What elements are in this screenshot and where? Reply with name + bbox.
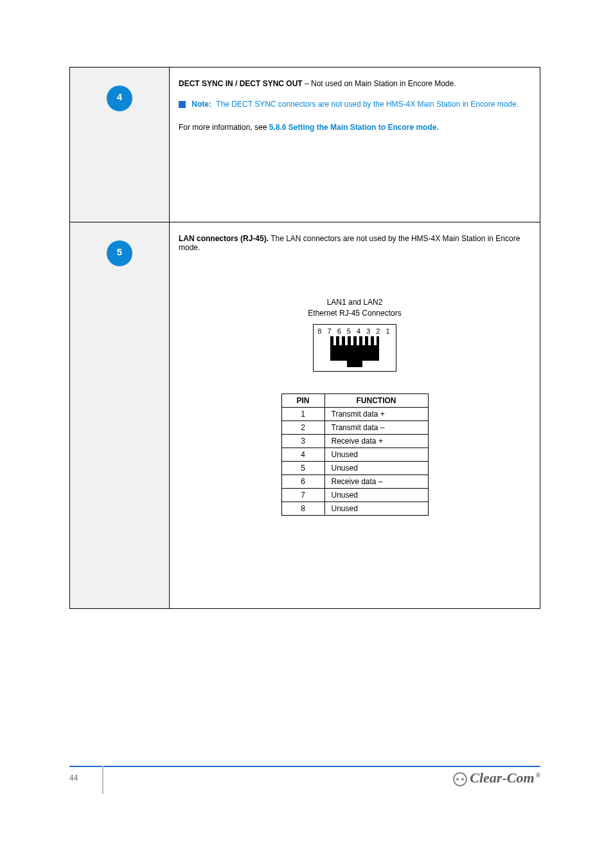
pinout-table: PIN FUNCTION 1Transmit data + 2Transmit …: [281, 393, 429, 516]
feature-name: DECT SYNC IN / DECT SYNC OUT: [179, 79, 303, 88]
table-row: 6Receive data –: [281, 475, 428, 488]
table-row: 4Unused: [281, 448, 428, 461]
content-table: 4 DECT SYNC IN / DECT SYNC OUT – Not use…: [69, 67, 540, 609]
feature-description-cell: DECT SYNC IN / DECT SYNC OUT – Not used …: [170, 68, 540, 222]
badge-number: 5: [107, 246, 132, 257]
cross-reference: For more information, see 5.8.6 Setting …: [179, 123, 531, 132]
feature-subtitle: – Not used on Main Station in Encore Mod…: [303, 79, 456, 88]
feature-title-line: LAN connectors (RJ-45). The LAN connecto…: [179, 234, 531, 252]
function-cell: Transmit data +: [324, 407, 428, 420]
table-row: 4 DECT SYNC IN / DECT SYNC OUT – Not use…: [70, 68, 540, 222]
function-cell: Receive data +: [324, 434, 428, 448]
feature-description-cell: LAN connectors (RJ-45). The LAN connecto…: [170, 222, 540, 609]
rj45-jack-icon: [330, 336, 379, 367]
connector-figure: LAN1 and LAN2 Ethernet RJ-45 Connectors …: [179, 297, 531, 516]
table-row: 3Receive data +: [281, 434, 428, 448]
note-bullet-icon: [179, 101, 186, 108]
pin-cell: 5: [281, 461, 324, 475]
function-cell: Transmit data –: [324, 420, 428, 434]
pin-cell: 8: [281, 502, 324, 515]
document-page: 4 DECT SYNC IN / DECT SYNC OUT – Not use…: [0, 0, 613, 868]
pin-numbers: 8 7 6 5 4 3 2 1: [317, 327, 391, 335]
figure-caption: LAN1 and LAN2 Ethernet RJ-45 Connectors: [308, 297, 401, 319]
number-badge: 4: [107, 86, 132, 111]
rj45-diagram: 8 7 6 5 4 3 2 1: [313, 324, 396, 372]
page-number: 44: [69, 773, 78, 782]
function-cell: Unused: [324, 502, 428, 515]
logo-icon: [453, 772, 467, 786]
function-cell: Unused: [324, 448, 428, 461]
figure-caption-line2: Ethernet RJ-45 Connectors: [308, 308, 401, 319]
badge-number: 4: [107, 91, 132, 102]
pin-cell: 4: [281, 448, 324, 461]
function-cell: Receive data –: [324, 475, 428, 488]
pin-cell: 2: [281, 420, 324, 434]
table-row: 2Transmit data –: [281, 420, 428, 434]
function-cell: Unused: [324, 461, 428, 475]
number-badge: 5: [107, 240, 132, 266]
function-cell: Unused: [324, 488, 428, 502]
pin-header: PIN: [281, 393, 324, 407]
pin-cell: 6: [281, 475, 324, 488]
pin-cell: 7: [281, 488, 324, 502]
footer-divider: [69, 766, 540, 767]
table-row: 1Transmit data +: [281, 407, 428, 420]
feature-name: LAN connectors (RJ-45).: [179, 234, 269, 243]
table-row: 7Unused: [281, 488, 428, 502]
function-header: FUNCTION: [324, 393, 428, 407]
table-row: 5Unused: [281, 461, 428, 475]
pin-cell: 1: [281, 407, 324, 420]
feature-title-line: DECT SYNC IN / DECT SYNC OUT – Not used …: [179, 79, 531, 88]
table-header-row: PIN FUNCTION: [281, 393, 428, 407]
brand-name: Clear-Com: [470, 770, 534, 786]
note-text: The DECT SYNC connectors are not used by…: [216, 100, 519, 109]
footer-separator: [102, 766, 103, 794]
pin-cell: 3: [281, 434, 324, 448]
brand-logo: Clear-Com®: [453, 770, 540, 786]
table-row: 8Unused: [281, 502, 428, 515]
note-label: Note:: [191, 100, 211, 109]
feature-number-cell: 5: [70, 222, 170, 609]
figure-caption-line1: LAN1 and LAN2: [308, 297, 401, 308]
xref-link[interactable]: 5.8.6 Setting the Main Station to Encore…: [269, 123, 439, 132]
xref-prefix: For more information, see: [179, 123, 269, 132]
note-line: Note: The DECT SYNC connectors are not u…: [179, 100, 531, 109]
page-footer: 44 Clear-Com®: [69, 766, 540, 767]
table-row: 5 LAN connectors (RJ-45). The LAN connec…: [70, 222, 540, 609]
feature-number-cell: 4: [70, 68, 170, 222]
registered-mark: ®: [536, 772, 540, 779]
